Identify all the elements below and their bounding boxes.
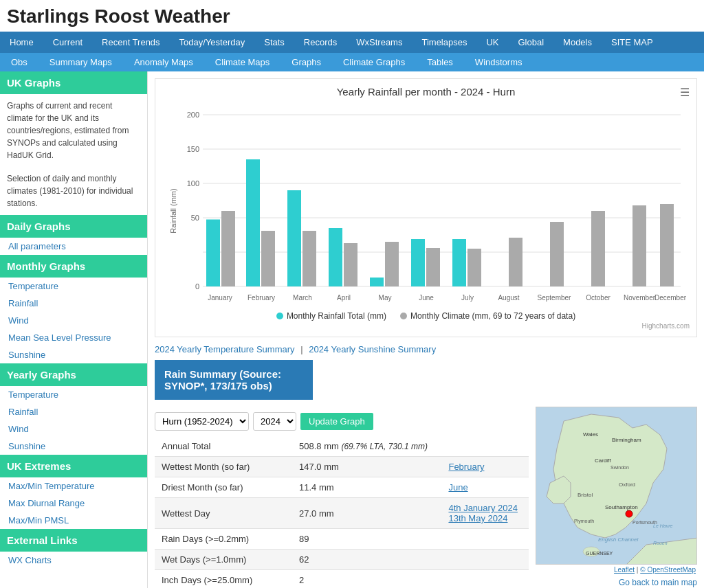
rain-table-row-2: Driest Month (so far)11.4 mmJune [155,477,529,498]
sub-nav-item-climate-maps[interactable]: Climate Maps [204,53,280,71]
sidebar-link-max-diurnal[interactable]: Max Diurnal Range [0,495,147,512]
osm-link[interactable]: © OpenStreetMap [640,566,696,574]
legend-dot-actual [276,313,283,319]
sidebar-section-uk-graphs: UK Graphs [0,71,147,94]
sidebar: UK Graphs Graphs of current and recent c… [0,71,148,588]
svg-text:0: 0 [195,282,199,291]
main-nav-item-current[interactable]: Current [43,32,92,53]
highcharts-credit: Highcharts.com [162,322,690,330]
main-nav-item-home[interactable]: Home [0,32,43,53]
sidebar-link-wx-charts[interactable]: WX Charts [0,552,147,569]
rain-row-link-1[interactable]: February [441,457,529,477]
main-nav-item-global[interactable]: Global [509,32,554,53]
legend-label-climate: Monthly Climate (mm, 69 to 72 years of d… [410,311,575,321]
svg-text:June: June [419,294,434,302]
bar-jan-actual [206,220,220,287]
sidebar-link-monthly-mslp[interactable]: Mean Sea Level Pressure [0,329,147,346]
sub-nav: ObsSummary MapsAnomaly MapsClimate MapsG… [0,53,704,71]
bar-jul-climate [468,249,481,286]
sidebar-link-yearly-sunshine[interactable]: Sunshine [0,438,147,455]
svg-text:Plymouth: Plymouth [574,519,594,524]
sidebar-link-monthly-rainfall[interactable]: Rainfall [0,295,147,312]
svg-text:Swindon: Swindon [610,465,629,470]
bar-feb-actual [246,159,260,286]
sidebar-link-max-min-pmsl[interactable]: Max/Min PMSL [0,512,147,529]
sub-nav-item-tables[interactable]: Tables [416,53,464,71]
rain-summary-box: Rain Summary (Source: SYNOP*, 173/175 ob… [155,360,697,400]
sidebar-section-uk-extremes: UK Extremes [0,455,147,477]
legend-item-actual: Monthly Rainfall Total (mm) [276,311,386,321]
rain-table-row-1: Wettest Month (so far)147.0 mmFebruary [155,457,529,477]
sub-nav-item-graphs[interactable]: Graphs [280,53,332,71]
main-content: Yearly Rainfall per month - 2024 - Hurn … [148,71,704,588]
rain-row-label-5: Wet Days (>=1.0mm) [155,550,292,570]
bottom-content: Hurn (1952-2024) 2024 2023 2022 Update G… [155,407,697,588]
sub-nav-item-climate-graphs[interactable]: Climate Graphs [332,53,416,71]
svg-text:Oxford: Oxford [619,482,635,488]
sidebar-link-monthly-sunshine[interactable]: Sunshine [0,346,147,363]
svg-text:May: May [378,294,391,302]
rain-row-label-1: Wettest Month (so far) [155,457,292,477]
svg-text:150: 150 [186,145,199,153]
bar-jan-climate [221,211,235,286]
right-panel: Birmingham Wales Cardiff Bristol Oxford … [536,407,697,588]
map-placeholder: Birmingham Wales Cardiff Bristol Oxford … [536,407,697,565]
svg-text:October: October [586,294,610,302]
rain-table-row-4: Rain Days (>=0.2mm)89 [155,529,529,550]
rain-row-link-3[interactable]: 4th January 202413th May 2024 [441,498,529,529]
sidebar-link-yearly-wind[interactable]: Wind [0,420,147,438]
main-nav-item-recent-trends[interactable]: Recent Trends [92,32,170,53]
sidebar-link-yearly-temperature[interactable]: Temperature [0,386,147,403]
rain-row-link-item-1-0[interactable]: February [448,462,522,472]
rain-row-link-item-3-1[interactable]: 13th May 2024 [448,513,522,523]
bar-oct-climate [591,211,605,286]
svg-text:September: September [537,294,571,302]
sidebar-link-monthly-wind[interactable]: Wind [0,312,147,329]
rain-row-link-item-2-0[interactable]: June [448,482,522,493]
sub-nav-item-summary-maps[interactable]: Summary Maps [38,53,123,71]
sidebar-link-max-min-temp[interactable]: Max/Min Temperature [0,477,147,495]
sidebar-link-monthly-temperature[interactable]: Temperature [0,278,147,295]
main-nav-item-wxstreams[interactable]: WxStreams [346,32,412,53]
update-graph-button[interactable]: Update Graph [300,413,373,430]
main-nav-item-records[interactable]: Records [294,32,346,53]
sunshine-summary-link[interactable]: 2024 Yearly Sunshine Summary [309,344,436,354]
rain-row-value-4: 89 [292,529,441,550]
svg-text:February: February [247,294,274,302]
svg-text:200: 200 [186,111,199,119]
sidebar-link-all-parameters[interactable]: All parameters [0,238,147,255]
year-select[interactable]: 2024 2023 2022 [253,412,296,431]
main-nav-item-today-yesterday[interactable]: Today/Yesterday [170,32,255,53]
sub-nav-item-windstorms[interactable]: Windstorms [464,53,534,71]
station-select[interactable]: Hurn (1952-2024) [155,412,249,431]
rain-table-row-5: Wet Days (>=1.0mm)62 [155,550,529,570]
main-nav-item-timelapses[interactable]: Timelapses [412,32,476,53]
bar-feb-climate [261,231,275,286]
sidebar-section-daily-graphs: Daily Graphs [0,215,147,238]
sub-nav-item-anomaly-maps[interactable]: Anomaly Maps [123,53,204,71]
chart-menu-icon[interactable]: ☰ [680,86,690,99]
go-back-map-link[interactable]: Go back to main map [619,578,697,587]
rain-row-label-0: Annual Total [155,436,292,457]
main-nav-item-models[interactable]: Models [553,32,602,53]
temp-summary-link[interactable]: 2024 Yearly Temperature Summary [155,344,295,354]
rain-row-value-1: 147.0 mm [292,457,441,477]
bar-may-actual [370,278,384,286]
main-nav-item-site-map[interactable]: SITE MAP [602,32,663,53]
svg-text:Birmingham: Birmingham [612,437,641,443]
legend-label-actual: Monthly Rainfall Total (mm) [287,311,386,321]
rain-table-row-0: Annual Total508.8 mm (69.7% LTA, 730.1 m… [155,436,529,457]
bar-dec-climate [660,204,674,286]
svg-text:GUERNSEY: GUERNSEY [586,551,613,556]
main-nav-item-stats[interactable]: Stats [254,32,294,53]
rain-row-link-item-3-0[interactable]: 4th January 2024 [448,503,522,513]
sidebar-uk-graphs-desc2: Selection of daily and monthly climates … [0,167,147,215]
chart-title: Yearly Rainfall per month - 2024 - Hurn [162,86,690,98]
rain-row-link-0 [441,436,529,457]
main-nav-item-uk[interactable]: UK [476,32,508,53]
sidebar-link-yearly-rainfall[interactable]: Rainfall [0,403,147,420]
leaflet-link[interactable]: Leaflet [614,566,635,574]
rain-row-link-2[interactable]: June [441,477,529,498]
rain-row-link-5 [441,550,529,570]
sub-nav-item-obs[interactable]: Obs [0,53,38,71]
